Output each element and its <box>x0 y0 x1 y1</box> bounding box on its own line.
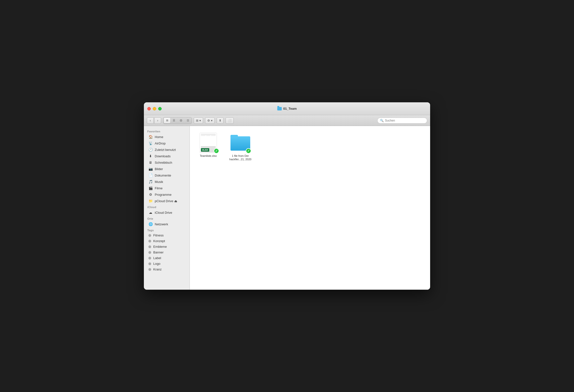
downloads-icon: ⬇ <box>148 154 153 158</box>
sidebar-item-recent[interactable]: 🕐 Zuletzt benutzt <box>145 147 188 153</box>
fullscreen-button[interactable] <box>158 107 162 111</box>
search-icon: 🔍 <box>380 119 384 122</box>
tag-label-circle <box>148 257 151 260</box>
pictures-icon: 📷 <box>148 167 153 171</box>
sidebar-item-applications[interactable]: ⚙ Programme <box>145 191 188 198</box>
sidebar-item-network[interactable]: 🌐 Netzwerk <box>145 221 188 227</box>
group-button[interactable]: ⊞ ▾ <box>194 117 203 124</box>
folder-icon-wrapper: ✓ <box>230 133 250 153</box>
network-icon: 🌐 <box>148 222 153 226</box>
list-item[interactable]: XLSX ✓ Teamliste.xlsx <box>195 131 222 163</box>
sidebar-item-pcloud[interactable]: 📁 pCloud Drive ⏏ <box>145 198 188 204</box>
airdrop-icon: 📡 <box>148 141 153 146</box>
xlsx-header <box>200 133 217 146</box>
sidebar-item-tag-konzept[interactable]: Konzept <box>145 238 188 244</box>
group-icon: ⊞ <box>196 119 198 122</box>
action-arrow: ▾ <box>211 119 212 122</box>
list-item[interactable]: ✓ 1 file from Der hackflei...21, 2020 <box>227 131 254 163</box>
tag-embleme-circle <box>148 245 151 248</box>
sidebar-item-pictures[interactable]: 📷 Bilder <box>145 166 188 172</box>
sidebar-item-documents[interactable]: 📄 Dokumente <box>145 172 188 179</box>
sidebar-item-tag-label[interactable]: Label <box>145 255 188 261</box>
sidebar-item-music[interactable]: 🎵 Musik <box>145 179 188 185</box>
sidebar-item-tag-fitness[interactable]: Fitness <box>145 232 188 238</box>
search-bar[interactable]: 🔍 <box>377 118 427 124</box>
favorites-section-label: Favoriten <box>144 129 189 134</box>
home-icon: 🏠 <box>148 135 153 139</box>
file-label: Teamliste.xlsx <box>200 154 217 158</box>
tag-button[interactable]: ⬜ <box>226 117 234 124</box>
back-button[interactable]: ‹ <box>147 117 154 124</box>
view-buttons: ⊞ ☰ ⦿ ⊡ <box>163 117 192 124</box>
group-arrow: ▾ <box>199 119 201 122</box>
sidebar-item-icloud-drive[interactable]: ☁ iCloud Drive <box>145 209 188 216</box>
file-icon-wrapper: XLSX ✓ <box>198 133 218 153</box>
list-view-button[interactable]: ☰ <box>171 118 177 123</box>
sidebar-item-tag-embleme[interactable]: Embleme <box>145 244 188 249</box>
documents-icon: 📄 <box>148 173 153 178</box>
main-area: Favoriten 🏠 Home 📡 AirDrop 🕐 Zuletzt ben… <box>144 126 430 290</box>
orte-section-label: Orte <box>144 216 189 221</box>
close-button[interactable] <box>147 107 151 111</box>
action-button[interactable]: ⚙ ▾ <box>205 117 215 124</box>
search-input[interactable] <box>385 119 425 122</box>
desktop-icon: 🖥 <box>148 160 153 165</box>
sidebar-item-desktop[interactable]: 🖥 Schreibtisch <box>145 159 188 166</box>
traffic-lights <box>147 107 162 111</box>
forward-button[interactable]: › <box>154 117 161 124</box>
icon-view-button[interactable]: ⊞ <box>164 118 170 123</box>
tags-section-label: Tags <box>144 227 189 232</box>
xlsx-check-badge: ✓ <box>214 148 219 154</box>
nav-buttons: ‹ › <box>147 117 161 124</box>
sidebar-item-downloads[interactable]: ⬇ Downloads <box>145 153 188 159</box>
tag-fitness-circle <box>148 234 151 237</box>
recent-icon: 🕐 <box>148 148 153 152</box>
sidebar: Favoriten 🏠 Home 📡 AirDrop 🕐 Zuletzt ben… <box>144 126 190 290</box>
pcloud-icon: 📁 <box>148 199 153 203</box>
gear-icon: ⚙ <box>207 119 210 122</box>
sidebar-item-tag-logo[interactable]: Logo <box>145 261 188 266</box>
file-grid: XLSX ✓ Teamliste.xlsx ✓ 1 <box>195 131 425 163</box>
gallery-view-button[interactable]: ⊡ <box>184 118 191 123</box>
finder-window: 01_Team ‹ › ⊞ ☰ ⦿ ⊡ ⊞ ▾ ⚙ ▾ ⬆ ⬜ 🔍 <box>144 102 430 290</box>
sidebar-item-airdrop[interactable]: 📡 AirDrop <box>145 140 188 147</box>
tag-logo-circle <box>148 262 151 265</box>
sidebar-item-home[interactable]: 🏠 Home <box>145 134 188 140</box>
titlebar: 01_Team <box>144 102 430 115</box>
tag-konzept-circle <box>148 240 151 243</box>
sidebar-item-tag-banner[interactable]: Banner <box>145 249 188 255</box>
title-folder-icon <box>277 107 282 111</box>
folder-check-badge: ✓ <box>246 148 251 154</box>
share-icon: ⬆ <box>219 119 221 122</box>
tag-kranz-circle <box>148 268 151 271</box>
icloud-section-label: iCloud <box>144 204 189 209</box>
xlsx-badge: XLSX <box>201 148 209 152</box>
tag-banner-circle <box>148 251 151 254</box>
movies-icon: 🎬 <box>148 186 153 190</box>
toolbar: ‹ › ⊞ ☰ ⦿ ⊡ ⊞ ▾ ⚙ ▾ ⬆ ⬜ 🔍 <box>144 115 430 126</box>
sidebar-item-tag-kranz[interactable]: Kranz <box>145 266 188 272</box>
music-icon: 🎵 <box>148 180 153 184</box>
icloud-drive-icon: ☁ <box>148 210 153 215</box>
column-view-button[interactable]: ⦿ <box>178 118 184 123</box>
minimize-button[interactable] <box>153 107 156 111</box>
sidebar-item-movies[interactable]: 🎬 Filme <box>145 185 188 191</box>
applications-icon: ⚙ <box>148 192 153 197</box>
tag-icon: ⬜ <box>228 119 231 122</box>
share-button[interactable]: ⬆ <box>217 117 224 124</box>
content-area: XLSX ✓ Teamliste.xlsx ✓ 1 <box>190 126 430 290</box>
file-label: 1 file from Der hackflei...21, 2020 <box>229 154 252 161</box>
window-title: 01_Team <box>277 107 297 111</box>
